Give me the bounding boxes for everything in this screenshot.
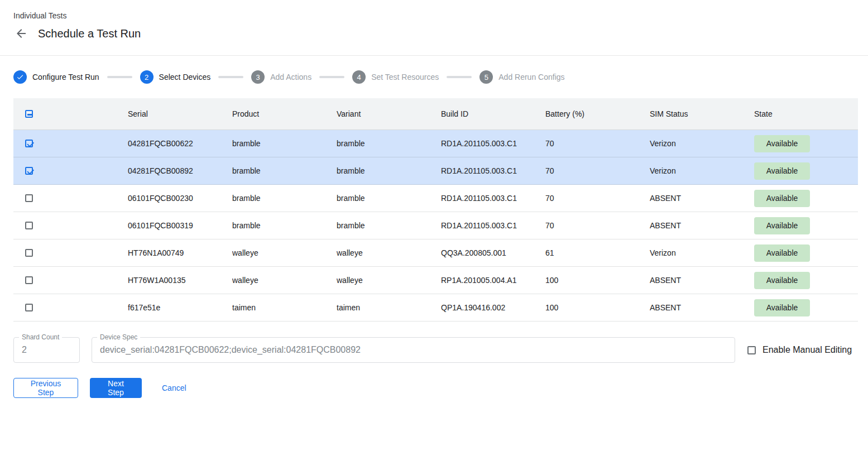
- cell-sim-status: ABSENT: [650, 194, 754, 203]
- step-connector: [319, 76, 344, 78]
- cell-sim-status: ABSENT: [650, 303, 754, 312]
- step-label: Configure Test Run: [32, 73, 99, 81]
- row-checkbox[interactable]: [25, 276, 33, 284]
- state-badge: Available: [754, 272, 810, 289]
- cell-build-id: RD1A.201105.003.C1: [441, 139, 545, 148]
- step-set-test-resources[interactable]: 4Set Test Resources: [352, 70, 439, 84]
- cell-serial: 04281FQCB00622: [128, 139, 232, 148]
- cell-state: Available: [754, 272, 858, 289]
- cell-battery: 70: [545, 166, 650, 175]
- table-row[interactable]: f617e51etaimentaimenQP1A.190416.002100AB…: [13, 294, 858, 322]
- shard-count-value: 2: [22, 345, 27, 355]
- step-number: 2: [140, 70, 154, 84]
- schedule-test-run-page: Individual Tests Schedule a Test Run Con…: [0, 0, 868, 398]
- step-configure-test-run[interactable]: Configure Test Run: [13, 70, 99, 84]
- step-label: Select Devices: [159, 73, 211, 81]
- column-header-build-id: Build ID: [441, 109, 545, 118]
- row-checkbox-cell: [13, 276, 128, 284]
- page-header: Individual Tests Schedule a Test Run: [0, 0, 868, 56]
- step-select-devices[interactable]: 2Select Devices: [140, 70, 211, 84]
- column-header-product: Product: [232, 109, 337, 118]
- cell-serial: 06101FQCB00230: [128, 194, 232, 203]
- column-header-serial: Serial: [128, 109, 232, 118]
- action-buttons: Previous Step Next Step Cancel: [13, 378, 855, 398]
- row-checkbox-cell: [13, 304, 128, 311]
- row-checkbox[interactable]: [25, 304, 33, 311]
- table-row[interactable]: 04281FQCB00622bramblebrambleRD1A.201105.…: [13, 130, 858, 157]
- cell-state: Available: [754, 190, 858, 207]
- cell-variant: walleye: [337, 248, 441, 257]
- device-spec-form: Shard Count 2 Device Spec device_serial:…: [13, 337, 855, 363]
- step-number: 5: [479, 70, 493, 84]
- state-badge: Available: [754, 135, 810, 152]
- enable-manual-editing-checkbox[interactable]: [747, 346, 756, 354]
- state-badge: Available: [754, 244, 810, 262]
- step-connector: [107, 76, 132, 78]
- row-checkbox[interactable]: [25, 194, 33, 202]
- table-row[interactable]: 06101FQCB00230bramblebrambleRD1A.201105.…: [13, 185, 858, 212]
- select-all-checkbox[interactable]: [25, 110, 33, 118]
- table-row[interactable]: 04281FQCB00892bramblebrambleRD1A.201105.…: [13, 157, 858, 185]
- table-row[interactable]: HT76N1A00749walleyewalleyeQQ3A.200805.00…: [13, 239, 858, 267]
- cell-build-id: RD1A.201105.003.C1: [441, 194, 545, 203]
- next-step-button[interactable]: Next Step: [90, 378, 142, 398]
- breadcrumb: Individual Tests: [13, 11, 855, 20]
- row-checkbox[interactable]: [25, 249, 33, 257]
- cell-build-id: QP1A.190416.002: [441, 303, 545, 312]
- step-add-actions[interactable]: 3Add Actions: [251, 70, 311, 84]
- cell-serial: HT76W1A00135: [128, 276, 232, 285]
- device-table-body: 04281FQCB00622bramblebrambleRD1A.201105.…: [13, 130, 858, 322]
- cell-sim-status: Verizon: [650, 166, 754, 175]
- cell-battery: 61: [545, 248, 650, 257]
- cell-product: walleye: [232, 276, 337, 285]
- cell-variant: bramble: [337, 194, 441, 203]
- state-badge: Available: [754, 190, 810, 207]
- device-spec-label: Device Spec: [97, 333, 140, 341]
- cell-battery: 100: [545, 276, 650, 285]
- back-arrow-icon[interactable]: [15, 27, 28, 40]
- cell-state: Available: [754, 162, 858, 180]
- enable-manual-editing[interactable]: Enable Manual Editing: [747, 345, 852, 355]
- step-label: Set Test Resources: [371, 73, 439, 81]
- cell-sim-status: ABSENT: [650, 221, 754, 230]
- previous-step-button[interactable]: Previous Step: [13, 378, 78, 398]
- column-header-variant: Variant: [337, 109, 441, 118]
- cell-sim-status: ABSENT: [650, 276, 754, 285]
- shard-count-field[interactable]: Shard Count 2: [13, 337, 80, 363]
- row-checkbox-cell: [13, 222, 128, 229]
- cancel-button[interactable]: Cancel: [153, 378, 195, 398]
- cell-variant: bramble: [337, 221, 441, 230]
- cell-variant: bramble: [337, 166, 441, 175]
- cell-build-id: RD1A.201105.003.C1: [441, 166, 545, 175]
- cell-build-id: RP1A.201005.004.A1: [441, 276, 545, 285]
- step-label: Add Actions: [270, 73, 311, 81]
- cell-state: Available: [754, 244, 858, 262]
- cell-state: Available: [754, 217, 858, 234]
- row-checkbox[interactable]: [25, 222, 33, 229]
- row-checkbox[interactable]: [25, 140, 33, 147]
- cell-battery: 70: [545, 221, 650, 230]
- step-label: Add Rerun Configs: [498, 73, 564, 81]
- cell-product: walleye: [232, 248, 337, 257]
- cell-state: Available: [754, 135, 858, 152]
- cell-sim-status: Verizon: [650, 248, 754, 257]
- cell-variant: walleye: [337, 276, 441, 285]
- enable-manual-editing-label: Enable Manual Editing: [763, 345, 852, 355]
- device-table-header: Serial Product Variant Build ID Battery …: [13, 98, 858, 130]
- step-check-icon: [13, 70, 27, 84]
- device-spec-field[interactable]: Device Spec device_serial:04281FQCB00622…: [92, 337, 735, 363]
- step-add-rerun-configs[interactable]: 5Add Rerun Configs: [479, 70, 564, 84]
- device-table: Serial Product Variant Build ID Battery …: [13, 98, 858, 322]
- table-row[interactable]: HT76W1A00135walleyewalleyeRP1A.201005.00…: [13, 267, 858, 294]
- row-checkbox[interactable]: [25, 167, 33, 175]
- row-checkbox-cell: [13, 194, 128, 202]
- column-header-state: State: [754, 109, 858, 118]
- table-row[interactable]: 06101FQCB00319bramblebrambleRD1A.201105.…: [13, 212, 858, 239]
- cell-serial: f617e51e: [128, 303, 232, 312]
- cell-battery: 100: [545, 303, 650, 312]
- cell-product: bramble: [232, 139, 337, 148]
- step-number: 4: [352, 70, 366, 84]
- page-title: Schedule a Test Run: [38, 27, 141, 40]
- row-checkbox-cell: [13, 167, 128, 175]
- cell-product: bramble: [232, 194, 337, 203]
